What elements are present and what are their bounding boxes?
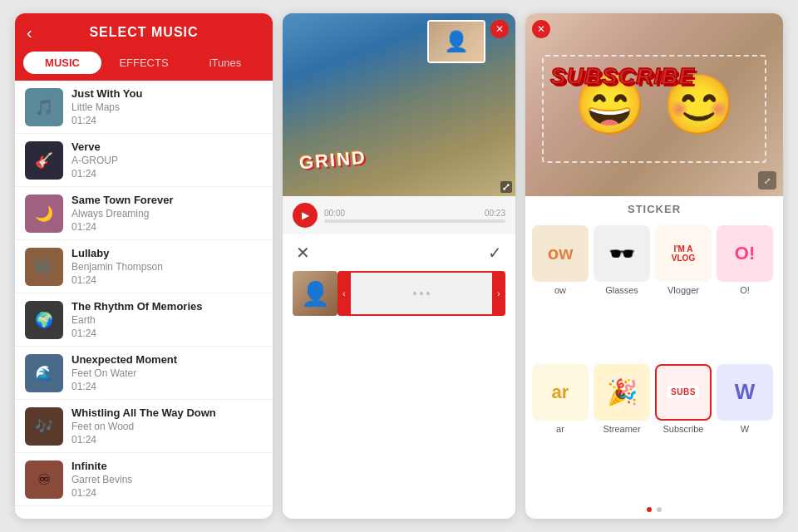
tab-itunes[interactable]: iTunes [186, 52, 264, 74]
app-container: ‹ SELECT MUSIC MUSIC EFFECTS iTunes 🎵 Ju… [2, 0, 796, 532]
pip-window: 👤 [427, 20, 485, 63]
sticker-item[interactable]: ar ar [532, 364, 589, 498]
tab-music[interactable]: MUSIC [23, 52, 101, 74]
timeline-labels: 00:00 00:23 [324, 209, 505, 218]
page-title: SELECT MUSIC [28, 25, 259, 40]
sticker-label: ow [554, 285, 566, 295]
music-name: Whistling All The Way Down [71, 406, 263, 419]
clip-dots [413, 292, 430, 295]
right-close-button[interactable]: ✕ [532, 20, 550, 38]
sticker-label: Vlogger [667, 285, 699, 295]
music-artist: Always Dreaming [71, 208, 263, 219]
music-duration: 01:24 [71, 221, 263, 233]
left-header: ‹ SELECT MUSIC [15, 13, 273, 52]
left-panel: ‹ SELECT MUSIC MUSIC EFFECTS iTunes 🎵 Ju… [15, 13, 273, 519]
music-name: Lullaby [71, 247, 263, 259]
music-duration: 01:24 [71, 434, 263, 446]
music-name: Same Town Forever [71, 194, 263, 206]
time-end: 00:23 [485, 209, 505, 218]
tab-effects[interactable]: EFFECTS [105, 52, 183, 74]
clip-strip: 👤 ‹ › [293, 271, 505, 316]
list-item[interactable]: ♾ Infinite Garret Bevins 01:24 [15, 453, 273, 506]
expand-button[interactable]: ⤢ [758, 171, 776, 190]
sticker-thumbnail: ow [532, 225, 589, 282]
confirm-button[interactable]: ✓ [488, 243, 502, 263]
music-artist: Little Maps [71, 101, 263, 113]
music-duration: 01:24 [71, 381, 263, 392]
music-duration: 01:24 [71, 328, 263, 339]
subscribe-sticker[interactable]: SUBSCRIBE [550, 63, 695, 90]
sticker-item[interactable]: 🕶️ Glasses [594, 225, 650, 359]
sticker-label: Glasses [605, 285, 638, 295]
sticker-item[interactable]: O! O! [717, 225, 773, 359]
pip-expand-button[interactable] [500, 181, 512, 193]
page-dot [647, 507, 652, 512]
clip-dot [420, 292, 423, 295]
video-preview: GRIND ✕ 👤 [283, 13, 515, 196]
music-name: The Rhythm Of Memories [71, 300, 263, 313]
music-artist: Feet on Wood [71, 421, 263, 432]
clip-left-handle[interactable]: ‹ [337, 271, 351, 316]
music-name: Verve [71, 140, 263, 153]
music-name: Infinite [71, 460, 263, 472]
music-list: 🎵 Just With You Little Maps 01:24 🎸 Verv… [15, 81, 273, 519]
page-dot [657, 507, 662, 512]
clip-right-handle[interactable]: › [492, 271, 505, 316]
clip-dot [413, 292, 416, 295]
subscribe-text: SUBSCRIBE [550, 63, 695, 90]
sticker-thumbnail: I'M AVLOG [655, 225, 712, 282]
sticker-label: Streamer [603, 424, 640, 434]
list-item[interactable]: 🎵 Just With You Little Maps 01:24 [15, 81, 273, 134]
sticker-section-title: STICKER [525, 196, 783, 222]
mid-panel: GRIND ✕ 👤 ▶ 00:00 00:23 ✕ [283, 13, 515, 519]
cancel-button[interactable]: ✕ [296, 243, 310, 263]
clip-middle-area[interactable] [351, 271, 492, 316]
list-item[interactable]: 🎼 Lullaby Benjamin Thompson 01:24 [15, 240, 273, 293]
sticker-item-streamer[interactable]: 🎉 Streamer [594, 364, 650, 498]
music-artist: Garret Bevins [71, 474, 263, 485]
video-timeline: ▶ 00:00 00:23 [283, 196, 515, 234]
sticker-label: Subscribe [663, 424, 704, 434]
music-duration: 01:24 [71, 168, 263, 180]
pip-content: 👤 [429, 22, 484, 62]
music-duration: 01:24 [71, 274, 263, 286]
tabs-bar: MUSIC EFFECTS iTunes [15, 52, 273, 81]
mid-actions: ✕ ✓ [283, 234, 515, 271]
music-name: Just With You [71, 87, 263, 100]
music-artist: Benjamin Thompson [71, 261, 263, 273]
timeline-track[interactable] [324, 219, 505, 223]
list-item[interactable]: 🎸 Verve A-GROUP 01:24 [15, 134, 273, 187]
video-close-button[interactable]: ✕ [490, 20, 509, 38]
sticker-thumbnail: ar [532, 364, 589, 421]
sticker-item[interactable]: ow ow [532, 225, 589, 359]
list-item[interactable]: 🌍 The Rhythm Of Memories Earth 01:24 [15, 293, 273, 347]
sticker-thumbnail: 🕶️ [594, 225, 650, 282]
music-name: Unexpected Moment [71, 353, 263, 366]
music-artist: A-GROUP [71, 155, 263, 166]
sticker-label: W [741, 424, 749, 434]
sticker-label: O! [740, 285, 750, 295]
music-artist: Earth [71, 314, 263, 326]
sticker-grid: ow ow 🕶️ Glasses I'M AVLOG Vlogger [525, 222, 783, 500]
timeline-bar: 00:00 00:23 [324, 209, 505, 223]
clip-dot [426, 292, 430, 295]
sticker-item-subscribe[interactable]: SUBS Subscribe [655, 364, 712, 498]
sticker-thumbnail: SUBS [655, 364, 712, 421]
play-button[interactable]: ▶ [293, 203, 318, 228]
page-indicator [525, 500, 783, 519]
list-item[interactable]: 🌙 Same Town Forever Always Dreaming 01:2… [15, 187, 273, 240]
list-item[interactable]: 🌊 Unexpected Moment Feet On Water 01:24 [15, 347, 273, 400]
play-icon: ▶ [302, 209, 309, 221]
back-button[interactable]: ‹ [27, 23, 32, 42]
sticker-thumbnail: 🎉 [594, 364, 650, 421]
music-duration: 01:24 [71, 115, 263, 126]
video-background: 😄 😊 [525, 13, 783, 196]
music-duration: 01:24 [71, 487, 263, 499]
subscribe-mini-text: SUBS [667, 386, 699, 398]
sticker-item[interactable]: I'M AVLOG Vlogger [655, 225, 712, 359]
right-panel: 😄 😊 ✕ SUBSCRIBE ⤢ STICKER ow ow [525, 13, 783, 519]
sticker-item[interactable]: W W [717, 364, 773, 498]
list-item[interactable]: 🎶 Whistling All The Way Down Feet on Woo… [15, 400, 273, 453]
clip-thumbnail: 👤 [293, 271, 337, 316]
sticker-label: ar [556, 424, 564, 434]
